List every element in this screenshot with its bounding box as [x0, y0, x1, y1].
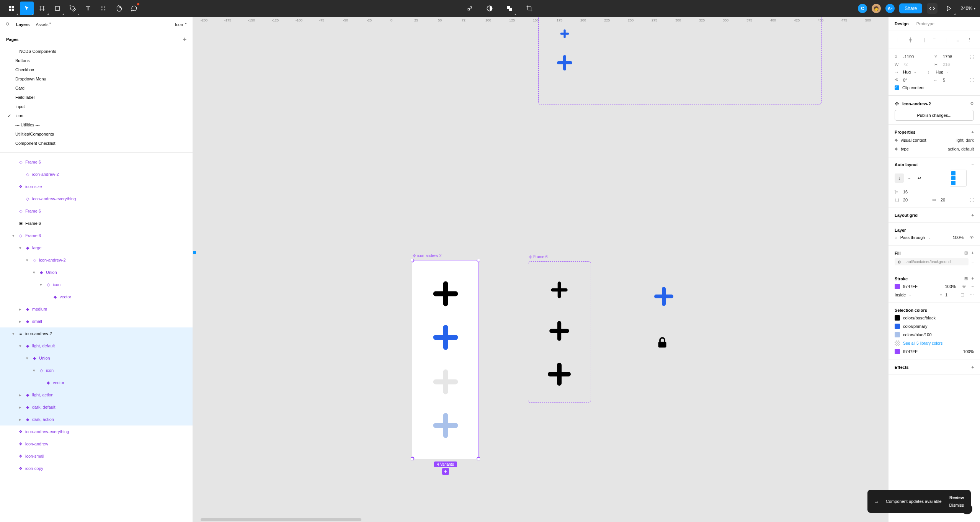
stroke-styles-icon[interactable]: ⊞ — [964, 276, 968, 281]
fill-style-pill[interactable]: ◐...ault/container/background — [895, 258, 969, 265]
page-item[interactable]: Buttons — [0, 56, 193, 65]
layer-row[interactable]: ❖icon-small — [0, 450, 193, 462]
layer-row[interactable]: ▾◇icon — [0, 364, 193, 376]
property-row[interactable]: ◆typeaction, default — [895, 144, 974, 153]
main-menu-button[interactable] — [5, 2, 18, 15]
page-item[interactable]: Field label — [0, 93, 193, 102]
align-hcenter-icon[interactable]: ┿ — [906, 36, 915, 44]
layer-row[interactable]: ◇icon-andrew-2 — [0, 168, 193, 180]
page-item[interactable]: Dropdown Menu — [0, 74, 193, 83]
layer-row[interactable]: ▸◆medium — [0, 303, 193, 315]
x-input[interactable] — [903, 54, 921, 59]
radius-input[interactable] — [943, 78, 961, 82]
pad-h-input[interactable] — [903, 198, 921, 202]
dev-mode-button[interactable] — [927, 3, 938, 14]
hand-tool[interactable] — [112, 2, 126, 15]
layer-row[interactable]: ▸◆dark, action — [0, 413, 193, 425]
radius-detail-icon[interactable]: ⛶ — [970, 78, 974, 82]
mask-icon[interactable] — [483, 2, 497, 15]
layer-row[interactable]: ◇Frame 6 — [0, 205, 193, 217]
page-item[interactable]: Checkbox — [0, 65, 193, 74]
layer-row[interactable]: ❖icon-andrew — [0, 438, 193, 450]
stroke-side-icon[interactable]: ▢ — [960, 292, 964, 297]
avatar-user-photo[interactable]: 🧑 — [872, 4, 881, 13]
remove-stroke-button[interactable]: − — [972, 284, 974, 289]
padding-detail-icon[interactable]: ⛶ — [970, 198, 974, 202]
dismiss-button[interactable]: Dismiss — [949, 503, 964, 507]
text-tool[interactable] — [81, 2, 95, 15]
boolean-icon[interactable] — [503, 2, 516, 15]
layer-row[interactable]: ▸◆light, action — [0, 389, 193, 401]
tab-design[interactable]: Design — [895, 21, 909, 26]
resources-tool[interactable] — [96, 2, 110, 15]
pad-v-input[interactable] — [941, 198, 959, 202]
layer-row[interactable]: ◇icon-andrew-everything — [0, 193, 193, 205]
tab-layers[interactable]: Layers — [16, 22, 29, 27]
align-right-icon[interactable]: ⎹ — [918, 36, 927, 44]
zoom-dropdown[interactable]: 240%▾ — [960, 6, 975, 11]
autolayout-more-icon[interactable]: ⋯ — [970, 176, 974, 181]
direction-horizontal-icon[interactable]: → — [905, 173, 914, 183]
page-item[interactable]: Utilities/Components — [0, 129, 193, 139]
direction-wrap-icon[interactable]: ↩ — [915, 173, 924, 183]
page-item[interactable]: -- NCDS Components -- — [0, 47, 193, 56]
clip-checkbox[interactable] — [895, 85, 899, 90]
add-fill-button[interactable]: + — [972, 250, 974, 255]
selection-color-row[interactable]: color/primary — [895, 322, 974, 331]
alignment-grid[interactable] — [950, 170, 967, 187]
comment-tool[interactable] — [127, 2, 141, 15]
stroke-width-input[interactable] — [945, 293, 954, 297]
layer-row[interactable]: ◆vector — [0, 376, 193, 389]
fill-styles-icon[interactable]: ⊞ — [964, 250, 968, 255]
rotation-input[interactable] — [903, 78, 921, 82]
layer-row[interactable]: ◆vector — [0, 291, 193, 303]
variant-frame-top[interactable] — [538, 17, 822, 105]
variant-set-icon-andrew-2[interactable]: icon-andrew-2 4 Variants + — [412, 260, 479, 459]
see-all-colors-link[interactable]: See all 5 library colors — [903, 341, 942, 345]
align-vcenter-icon[interactable]: ┼ — [942, 36, 950, 44]
add-page-button[interactable]: + — [183, 36, 186, 43]
layer-row[interactable]: ▸◆dark, default — [0, 401, 193, 413]
share-button[interactable]: Share — [899, 3, 922, 13]
add-variant-button[interactable]: + — [442, 468, 449, 475]
search-icon[interactable] — [5, 22, 10, 27]
avatar-user-c[interactable]: C — [858, 4, 867, 13]
layer-row[interactable]: ◇Frame 6 — [0, 156, 193, 168]
layer-row[interactable]: ▾◆large — [0, 242, 193, 254]
frame-label[interactable]: icon-andrew-2 — [412, 254, 441, 258]
stroke-swatch[interactable] — [895, 284, 900, 289]
review-button[interactable]: Review — [949, 495, 964, 500]
layer-row[interactable]: ▾◆Union — [0, 352, 193, 364]
layer-row[interactable]: ❖icon-andrew-everything — [0, 425, 193, 438]
move-tool[interactable] — [20, 2, 34, 15]
page-item[interactable]: Component Checklist — [0, 139, 193, 148]
h-input[interactable] — [943, 62, 961, 67]
frame-tool[interactable] — [35, 2, 49, 15]
gap-input[interactable] — [903, 190, 921, 194]
page-item[interactable]: Input — [0, 102, 193, 111]
layer-row[interactable]: ▾◇icon-andrew-2 — [0, 254, 193, 266]
canvas[interactable]: -200-175-150-125-100-75-50-2502550721001… — [193, 17, 888, 522]
publish-button[interactable]: Publish changes... — [895, 110, 974, 121]
layer-row[interactable]: ▾◇icon — [0, 278, 193, 291]
layer-row[interactable]: ⊞Frame 6 — [0, 217, 193, 229]
page-item[interactable]: Card — [0, 83, 193, 93]
shape-tool[interactable] — [51, 2, 64, 15]
remove-fill-button[interactable]: − — [972, 260, 974, 264]
page-dropdown[interactable]: Icon⌃ — [175, 22, 187, 27]
y-input[interactable] — [943, 54, 961, 59]
avatar-user-a[interactable]: A▾ — [885, 4, 895, 13]
present-button[interactable] — [942, 2, 956, 15]
selection-color-row[interactable]: colors/blue/100 — [895, 331, 974, 339]
add-property-button[interactable]: + — [972, 130, 974, 134]
horizontal-scrollbar[interactable] — [201, 518, 361, 521]
component-indicator-icon[interactable] — [463, 2, 477, 15]
selection-color-row[interactable]: colors/base/black — [895, 314, 974, 322]
stroke-more-icon[interactable]: ⋯ — [970, 292, 974, 297]
align-left-icon[interactable]: ⎸ — [895, 36, 903, 44]
page-item[interactable]: --- Utilities --- — [0, 120, 193, 129]
crop-icon[interactable] — [523, 2, 536, 15]
layer-row[interactable]: ▾≡icon-andrew-2 — [0, 327, 193, 340]
align-frame-icon[interactable]: ⛶ — [970, 54, 974, 59]
add-stroke-button[interactable]: + — [972, 276, 974, 281]
